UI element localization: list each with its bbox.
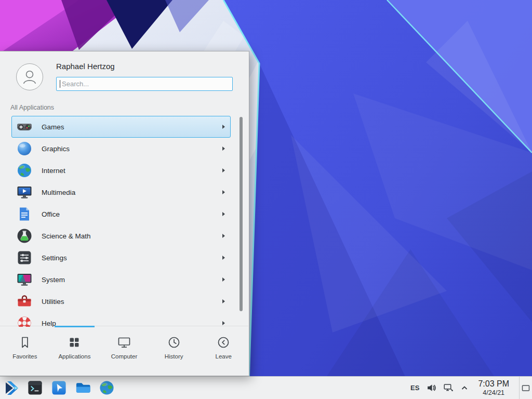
submenu-arrow-icon — [222, 125, 225, 129]
section-label: All Applications — [10, 104, 54, 111]
category-item-graphics[interactable]: Graphics — [11, 138, 231, 159]
launcher-tab-bar: Favorites Applications Computer — [0, 326, 248, 376]
computer-icon — [117, 335, 131, 350]
category-list: Games Graphics — [0, 116, 249, 327]
search-field[interactable] — [56, 77, 233, 91]
submenu-arrow-icon — [222, 190, 225, 194]
user-avatar[interactable] — [16, 63, 43, 90]
lifebuoy-icon — [16, 315, 33, 327]
globe-icon — [16, 162, 33, 179]
user-name: Raphael Hertzog — [56, 62, 115, 71]
category-item-settings[interactable]: Settings — [11, 247, 231, 269]
kde-application-launcher-icon — [3, 379, 21, 397]
person-icon — [19, 66, 41, 88]
system-monitor-icon — [16, 271, 33, 288]
search-input[interactable] — [56, 77, 233, 91]
toolbox-icon — [16, 293, 33, 310]
submenu-arrow-icon — [222, 256, 225, 260]
apps-grid-icon — [67, 335, 82, 350]
category-item-games[interactable]: Games — [11, 116, 231, 138]
display-network-icon[interactable] — [444, 383, 454, 393]
sliders-icon — [16, 249, 33, 266]
web-browser-icon[interactable] — [99, 380, 115, 396]
tab-favorites[interactable]: Favorites — [0, 326, 50, 376]
show-desktop-button[interactable] — [519, 377, 532, 399]
digital-clock[interactable]: 7:03 PM 4/24/21 — [478, 379, 509, 397]
clock-time: 7:03 PM — [478, 379, 509, 389]
gamepad-icon — [16, 118, 33, 135]
submenu-arrow-icon — [222, 212, 225, 216]
submenu-arrow-icon — [222, 299, 225, 303]
file-manager-icon[interactable] — [75, 380, 91, 396]
submenu-arrow-icon — [222, 168, 225, 172]
tab-leave[interactable]: Leave — [198, 326, 248, 376]
software-app-icon[interactable] — [51, 380, 67, 396]
category-item-science-math[interactable]: Science & Math — [11, 225, 231, 247]
text-cursor — [60, 80, 60, 88]
category-item-office[interactable]: Office — [11, 203, 231, 225]
application-launcher-button[interactable] — [3, 379, 21, 397]
document-icon — [16, 206, 33, 222]
desktop-peek-icon — [522, 384, 530, 392]
keyboard-layout-indicator[interactable]: ES — [410, 384, 419, 392]
category-item-multimedia[interactable]: Multimedia — [11, 181, 231, 203]
tab-applications[interactable]: Applications — [50, 326, 100, 376]
flask-icon — [16, 228, 33, 244]
submenu-arrow-icon — [222, 234, 225, 238]
leave-icon — [216, 335, 231, 350]
terminal-icon[interactable] — [27, 380, 43, 396]
history-clock-icon — [167, 335, 181, 350]
media-screen-icon — [16, 184, 33, 201]
paint-orb-icon — [16, 140, 33, 157]
volume-icon[interactable] — [427, 383, 436, 393]
expand-tray-icon[interactable] — [461, 384, 468, 392]
category-item-internet[interactable]: Internet — [11, 159, 231, 181]
category-item-utilities[interactable]: Utilities — [11, 290, 231, 312]
submenu-arrow-icon — [222, 321, 225, 325]
category-item-system[interactable]: System — [11, 269, 231, 290]
bookmark-icon — [18, 335, 32, 350]
tab-history[interactable]: History — [149, 326, 199, 376]
submenu-arrow-icon — [222, 277, 225, 282]
application-launcher-popup: Raphael Hertzog All Applications G — [0, 51, 249, 376]
tab-computer[interactable]: Computer — [99, 326, 149, 376]
submenu-arrow-icon — [222, 147, 225, 151]
list-scrollbar[interactable] — [240, 117, 243, 311]
category-item-help[interactable]: Help — [11, 312, 231, 327]
clock-date: 4/24/21 — [478, 389, 509, 397]
system-tray: ES 7:03 PM 4/24/21 — [410, 377, 532, 399]
taskbar: ES 7:03 PM 4/24/21 — [0, 376, 532, 399]
